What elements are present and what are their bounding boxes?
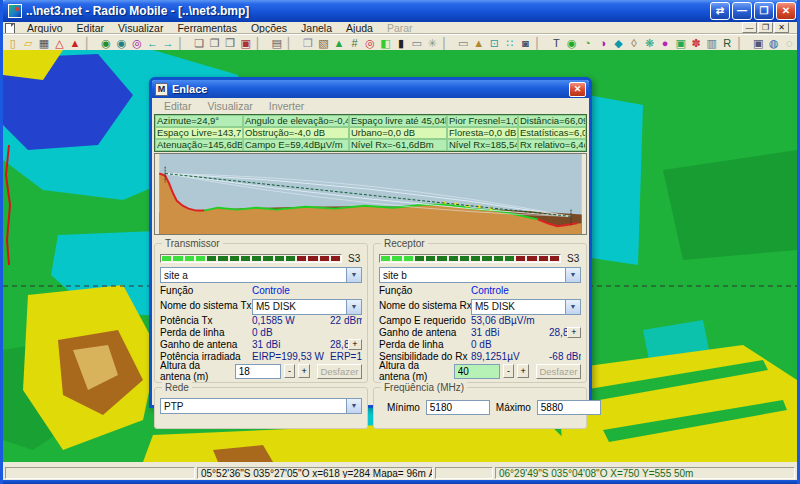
mdi-minimize-button[interactable]: —	[742, 22, 757, 33]
tx-antenna-gain-plus-button[interactable]: +	[348, 339, 362, 350]
open-folder-icon[interactable]: ▱	[21, 36, 37, 50]
arrow-right-icon[interactable]: →	[160, 36, 176, 50]
minimize-button[interactable]: —	[732, 2, 752, 20]
rotate-icon[interactable]: R	[719, 36, 735, 50]
hourglass-icon[interactable]: ◊	[626, 36, 642, 50]
mdi-close-button[interactable]: ✕	[774, 22, 789, 33]
target-icon[interactable]: ◎	[362, 36, 378, 50]
land-cover-icon[interactable]: ❋	[642, 36, 658, 50]
new-file-icon[interactable]: ▯	[5, 36, 21, 50]
print-icon[interactable]: ▤	[269, 36, 285, 50]
rx-site-select[interactable]: site b ▼	[379, 267, 581, 283]
rx-system-select[interactable]: M5 DISK ▼	[471, 299, 581, 315]
enlace-menu-item[interactable]: Editar	[156, 100, 199, 112]
freq-max-input[interactable]	[537, 400, 601, 415]
separator[interactable]: ▏	[285, 36, 301, 50]
enlace-menu-item[interactable]: Inverter	[261, 100, 313, 112]
white-picture-icon[interactable]: ▭	[455, 36, 471, 50]
menu-item[interactable]: Visualizar	[111, 22, 170, 34]
menu-item[interactable]: Editar	[70, 22, 111, 34]
menu-item[interactable]: Arquivo	[20, 22, 70, 34]
menu-item[interactable]: Ajuda	[339, 22, 380, 34]
observer-icon[interactable]: ▲	[471, 36, 487, 50]
picture-icon[interactable]: ▣	[673, 36, 689, 50]
mdi-restore-button[interactable]: ❐	[758, 22, 773, 33]
maximize-button[interactable]: ❐	[754, 2, 774, 20]
globe-icon[interactable]: ◉	[98, 36, 114, 50]
separator[interactable]: ▏	[735, 36, 751, 50]
paste-icon[interactable]: ▧	[316, 36, 332, 50]
menu-item[interactable]: Janela	[294, 22, 339, 34]
frost-icon[interactable]: ✳	[424, 36, 440, 50]
pattern-icon[interactable]: ✽	[688, 36, 704, 50]
barcode-icon[interactable]: ▥	[704, 36, 720, 50]
chevron-down-icon[interactable]: ▼	[565, 268, 580, 282]
separator[interactable]: ▏	[254, 36, 270, 50]
separator[interactable]: ▏	[176, 36, 192, 50]
link-profile-chart[interactable]	[154, 153, 587, 235]
monitor-icon[interactable]: ▣	[751, 36, 767, 50]
arrow-left-icon[interactable]: ←	[145, 36, 161, 50]
copy-icon[interactable]: ❐	[300, 36, 316, 50]
rede-select[interactable]: PTP ▼	[160, 398, 362, 414]
menu-item[interactable]: Opções	[244, 22, 294, 34]
tx-rx-icon[interactable]: T	[549, 36, 565, 50]
transmissor-label: Transmissor	[162, 238, 223, 249]
scatter-icon[interactable]: ∷	[502, 36, 518, 50]
enlace-close-button[interactable]: ✕	[569, 82, 586, 97]
tx-desfazer-button[interactable]: Desfazer	[317, 364, 362, 379]
mdi-document-icon[interactable]	[5, 23, 15, 34]
globe-pink-icon[interactable]: ◑	[595, 36, 611, 50]
separator[interactable]: ▏	[533, 36, 549, 50]
tx-system-select[interactable]: M5 DISK ▼	[252, 299, 362, 315]
tower-add-icon[interactable]: △	[52, 36, 68, 50]
meter-segment	[505, 256, 514, 261]
separator[interactable]: ▏	[440, 36, 456, 50]
menu-item[interactable]: Parar	[380, 22, 420, 34]
enlace-title-bar[interactable]: M Enlace ✕	[152, 80, 589, 98]
mesh-ball-icon[interactable]: ◌	[782, 36, 798, 50]
green-target-icon[interactable]: ◉	[564, 36, 580, 50]
merge-picture-icon[interactable]: ▲	[331, 36, 347, 50]
tx-height-plus-button[interactable]: +	[298, 364, 310, 378]
globe-zoom-icon[interactable]: ◎	[129, 36, 145, 50]
tx-site-select[interactable]: site a ▼	[160, 267, 362, 283]
select-area-icon[interactable]: ⊡	[486, 36, 502, 50]
purple-ball-icon[interactable]: ●	[657, 36, 673, 50]
ruler-icon[interactable]: ▭	[409, 36, 425, 50]
window-save-icon[interactable]: ❒	[222, 36, 238, 50]
chevron-down-icon[interactable]: ▼	[565, 300, 580, 314]
chevron-down-icon[interactable]: ▼	[346, 399, 361, 413]
rx-antenna-height-input[interactable]	[454, 364, 500, 379]
tx-antenna-height-input[interactable]	[235, 364, 281, 379]
rx-desfazer-button[interactable]: Desfazer	[536, 364, 581, 379]
separator[interactable]: ▏	[83, 36, 99, 50]
swap-icon[interactable]: ⇄	[710, 2, 730, 20]
legend-icon[interactable]: ▮	[393, 36, 409, 50]
window-new-icon[interactable]: ❏	[191, 36, 207, 50]
rx-antenna-gain-plus-button[interactable]: +	[567, 327, 581, 338]
tx-height-minus-button[interactable]: -	[284, 364, 296, 378]
menu-item[interactable]: Ferramentas	[170, 22, 244, 34]
save-icon[interactable]: ▦	[36, 36, 52, 50]
freq-min-input[interactable]	[426, 400, 490, 415]
enlace-menu-item[interactable]: Visualizar	[199, 100, 260, 112]
camera-icon[interactable]: ◙	[518, 36, 534, 50]
network-globe-icon[interactable]: ◍	[766, 36, 782, 50]
tower-delete-icon[interactable]: ▲	[67, 36, 83, 50]
globe-save-icon[interactable]: ◉	[114, 36, 130, 50]
world-clock-icon[interactable]: ◔	[580, 36, 596, 50]
rx-controle-link[interactable]: Controle	[471, 285, 509, 296]
close-button[interactable]: ✕	[776, 2, 796, 20]
water-drop-icon[interactable]: ◆	[611, 36, 627, 50]
chevron-down-icon[interactable]: ▼	[346, 268, 361, 282]
chevron-down-icon[interactable]: ▼	[346, 300, 361, 314]
elevation-grid-icon[interactable]: ◧	[378, 36, 394, 50]
rx-height-plus-button[interactable]: +	[517, 364, 529, 378]
tx-controle-link[interactable]: Controle	[252, 285, 290, 296]
grid-icon[interactable]: #	[347, 36, 363, 50]
rx-height-minus-button[interactable]: -	[503, 364, 515, 378]
link-info-cell: Nível Rx=-61,6dBm	[349, 139, 447, 151]
window-open-icon[interactable]: ❐	[207, 36, 223, 50]
export-pdf-icon[interactable]: ▣	[238, 36, 254, 50]
